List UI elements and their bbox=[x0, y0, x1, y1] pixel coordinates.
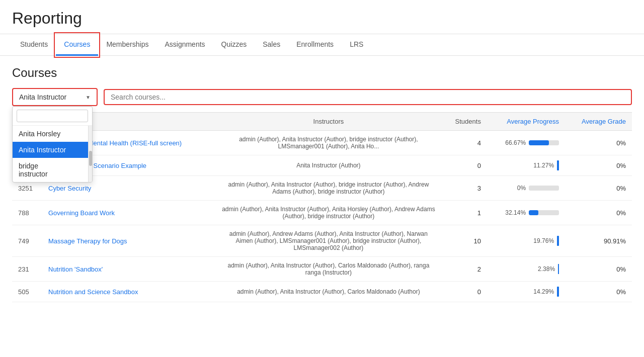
cell-grade: 0% bbox=[565, 282, 632, 302]
page-header: Reporting bbox=[0, 0, 644, 34]
table-row: 749Massage Therapy for Dogsadmin (Author… bbox=[12, 225, 632, 257]
progress-label: 11.27% bbox=[533, 162, 554, 169]
cell-instructors: admin (Author), Anita Instructor (Author… bbox=[215, 176, 442, 201]
cell-progress: 66.67% bbox=[487, 131, 565, 155]
progress-bar bbox=[529, 210, 559, 215]
dropdown-item-anita-horsley[interactable]: Anita Horsley bbox=[13, 126, 88, 142]
progress-bar-thin bbox=[557, 160, 559, 170]
cell-students: 2 bbox=[442, 257, 487, 282]
progress-bar-fill bbox=[529, 140, 549, 145]
dropdown-item-anita-instructor[interactable]: Anita Instructor bbox=[13, 142, 88, 158]
progress-label: 19.76% bbox=[533, 237, 554, 244]
dropdown-search-input[interactable] bbox=[17, 110, 88, 122]
instructor-dropdown-button[interactable]: Anita Instructor ▼ bbox=[12, 88, 98, 106]
cell-id: 788 bbox=[12, 201, 42, 225]
instructor-dropdown-menu: Anita Horsley Anita Instructor bridge in… bbox=[12, 106, 93, 183]
cell-id: 231 bbox=[12, 257, 42, 282]
cell-progress: 11.27% bbox=[487, 155, 565, 176]
cell-instructors: admin (Author), Anita Instructor (Author… bbox=[215, 201, 442, 225]
instructor-selected-label: Anita Instructor bbox=[19, 93, 66, 101]
progress-bar-fill bbox=[529, 210, 538, 215]
cell-id: 505 bbox=[12, 282, 42, 302]
cell-instructors: admin (Author), Anita Instructor (Author… bbox=[215, 282, 442, 302]
table-row: 3251Cyber Securityadmin (Author), Anita … bbox=[12, 176, 632, 201]
course-title-link[interactable]: Nutrition and Science Sandbox bbox=[48, 288, 138, 296]
cell-students: 0 bbox=[442, 282, 487, 302]
progress-label: 2.38% bbox=[538, 265, 555, 273]
progress-bar bbox=[529, 140, 559, 145]
cell-progress: 2.38% bbox=[487, 257, 565, 282]
progress-label: 66.67% bbox=[505, 139, 526, 146]
tab-lrs[interactable]: LRS bbox=[342, 34, 371, 56]
instructor-filter[interactable]: Anita Instructor ▼ Anita Horsley Anita I… bbox=[12, 88, 98, 106]
cell-title[interactable]: Nutrition 'Sandbox' bbox=[42, 257, 215, 282]
tab-students[interactable]: Students bbox=[12, 34, 56, 56]
progress-bar-line bbox=[558, 264, 559, 274]
course-title-link[interactable]: Nutrition 'Sandbox' bbox=[48, 265, 103, 273]
scrollbar-thumb bbox=[89, 151, 92, 166]
cell-progress: 32.14% bbox=[487, 201, 565, 225]
cell-title[interactable]: Nutrition and Science Sandbox bbox=[42, 282, 215, 302]
cell-progress: 19.76% bbox=[487, 225, 565, 257]
tab-bar: Students Courses Memberships Assignments… bbox=[0, 34, 644, 56]
dropdown-search-area bbox=[13, 107, 92, 126]
tab-courses[interactable]: Courses bbox=[56, 34, 98, 56]
cell-title[interactable]: Governing Board Work bbox=[42, 201, 215, 225]
main-content: Courses Anita Instructor ▼ Anita Horsley… bbox=[0, 56, 644, 312]
search-input[interactable] bbox=[111, 93, 625, 101]
search-box[interactable] bbox=[104, 89, 632, 105]
tab-quizzes[interactable]: Quizzes bbox=[213, 34, 255, 56]
col-students-label: Students bbox=[455, 118, 481, 125]
cell-grade: 0% bbox=[565, 176, 632, 201]
cell-title[interactable]: Massage Therapy for Dogs bbox=[42, 225, 215, 257]
tab-memberships[interactable]: Memberships bbox=[98, 34, 156, 56]
course-title-link[interactable]: Cyber Security bbox=[48, 185, 91, 192]
progress-bar-empty bbox=[529, 186, 559, 191]
course-title-link[interactable]: Governing Board Work bbox=[48, 209, 115, 217]
col-students[interactable]: Students bbox=[442, 113, 487, 131]
toolbar: Anita Instructor ▼ Anita Horsley Anita I… bbox=[12, 88, 632, 106]
cell-instructors: admin (Author), Anita Instructor (Author… bbox=[215, 257, 442, 282]
table-row: 231Nutrition 'Sandbox'admin (Author), An… bbox=[12, 257, 632, 282]
scrollbar[interactable] bbox=[88, 126, 92, 182]
cell-grade: 90.91% bbox=[565, 225, 632, 257]
col-avg-progress-label: Average Progress bbox=[507, 118, 559, 125]
section-title: Courses bbox=[12, 66, 632, 80]
cell-grade: 0% bbox=[565, 257, 632, 282]
tab-assignments[interactable]: Assignments bbox=[156, 34, 213, 56]
cell-students: 3 bbox=[442, 176, 487, 201]
col-avg-progress[interactable]: Average Progress bbox=[487, 113, 565, 131]
dropdown-scroll[interactable]: Anita Horsley Anita Instructor bridge in… bbox=[13, 126, 88, 182]
cell-grade: 0% bbox=[565, 201, 632, 225]
progress-bar-thin bbox=[557, 287, 559, 297]
dropdown-item-bridge-instructor[interactable]: bridge instructor bbox=[13, 158, 88, 182]
chevron-down-icon: ▼ bbox=[86, 95, 91, 100]
progress-label: 0% bbox=[517, 185, 526, 192]
cell-students: 1 bbox=[442, 201, 487, 225]
cell-instructors: admin (Author), Anita Instructor (Author… bbox=[215, 131, 442, 155]
table-row: 505Nutrition and Science Sandboxadmin (A… bbox=[12, 282, 632, 302]
col-instructors[interactable]: Instructors bbox=[215, 113, 442, 131]
cell-students: 0 bbox=[442, 155, 487, 176]
col-avg-grade[interactable]: Average Grade bbox=[565, 113, 632, 131]
dropdown-list-area: Anita Horsley Anita Instructor bridge in… bbox=[13, 126, 92, 182]
progress-bar-thin bbox=[557, 236, 559, 246]
cell-id: 749 bbox=[12, 225, 42, 257]
cell-instructors: Anita Instructor (Author) bbox=[215, 155, 442, 176]
progress-label: 14.29% bbox=[533, 288, 554, 295]
table-row: 788Governing Board Workadmin (Author), A… bbox=[12, 201, 632, 225]
course-title-link[interactable]: Massage Therapy for Dogs bbox=[48, 237, 127, 245]
cell-grade: 0% bbox=[565, 131, 632, 155]
cell-progress: 0% bbox=[487, 176, 565, 201]
table-row: 2553Captivate xAPI Scenario ExampleAnita… bbox=[12, 155, 632, 176]
col-instructors-label: Instructors bbox=[313, 118, 344, 125]
cell-grade: 0% bbox=[565, 155, 632, 176]
tab-sales[interactable]: Sales bbox=[255, 34, 288, 56]
progress-label: 32.14% bbox=[505, 209, 526, 216]
page-title: Reporting bbox=[12, 9, 632, 28]
col-avg-grade-label: Average Grade bbox=[582, 118, 626, 125]
cell-students: 4 bbox=[442, 131, 487, 155]
table-row: 3257ACE Student Mental Health (RISE-full… bbox=[12, 131, 632, 155]
tab-enrollments[interactable]: Enrollments bbox=[288, 34, 342, 56]
cell-students: 10 bbox=[442, 225, 487, 257]
